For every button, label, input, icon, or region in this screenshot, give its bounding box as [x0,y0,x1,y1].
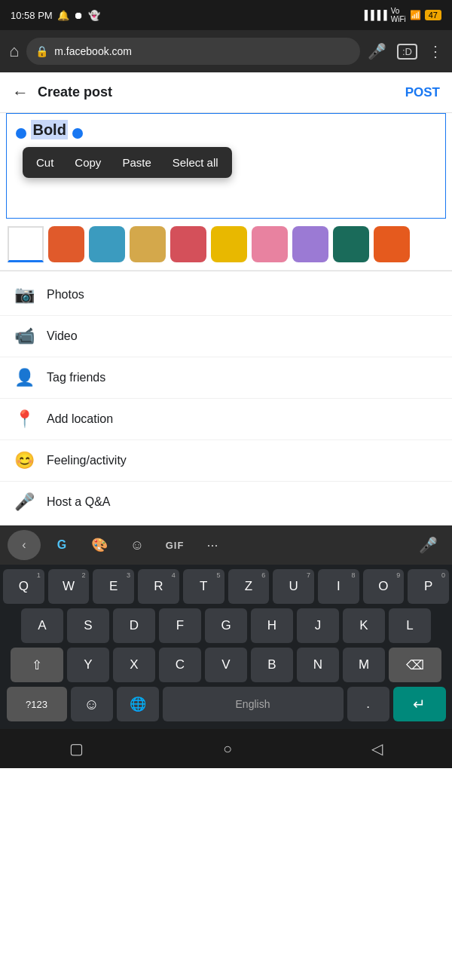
key-n[interactable]: N [297,648,339,682]
home-icon[interactable]: ⌂ [9,41,19,61]
swatch-purple[interactable] [292,226,328,262]
circle-nav-button[interactable]: ○ [223,740,232,758]
battery-icon: 47 [425,10,441,20]
add-location-label: Add location [47,412,113,426]
select-all-button[interactable]: Select all [162,147,229,178]
swatch-tan[interactable] [130,226,166,262]
key-k[interactable]: K [343,608,385,643]
swatch-orange[interactable] [48,226,84,262]
dot-key[interactable]: . [347,687,389,721]
app-header: ← Create post POST [0,72,452,113]
location-icon: 📍 [14,409,35,429]
back-nav-button[interactable]: ◁ [371,740,383,758]
menu-item-video[interactable]: 📹 Video [0,316,452,357]
globe-key[interactable]: 🌐 [117,687,159,721]
host-qa-label: Host a Q&A [47,495,110,509]
enter-key[interactable]: ↵ [393,687,446,721]
key-l[interactable]: L [389,608,431,643]
more-icon[interactable]: ⋮ [428,42,443,60]
swatch-teal[interactable] [89,226,125,262]
background-swatches [0,219,452,271]
swatch-darkgreen[interactable] [333,226,369,262]
keyboard: 1Q 2W 3E 4R 5T 6Z 7U 8I 9O 0P A S D F G … [0,565,452,729]
photos-label: Photos [47,288,84,302]
ghost-icon: 👻 [88,10,100,21]
key-h[interactable]: H [251,608,293,643]
photos-icon: 📷 [14,285,35,305]
emoji-key[interactable]: ☺ [71,687,113,721]
swatch-red[interactable] [170,226,206,262]
tab-icon[interactable]: :D [397,44,417,60]
menu-item-add-location[interactable]: 📍 Add location [0,399,452,440]
key-d[interactable]: D [113,608,155,643]
tag-friends-icon: 👤 [14,368,35,387]
menu-item-tag-friends[interactable]: 👤 Tag friends [0,357,452,399]
sticker-button[interactable]: ☺ [121,530,154,560]
post-button[interactable]: POST [405,85,440,100]
key-c[interactable]: C [159,648,201,682]
keyboard-back-button[interactable]: ‹ [8,530,41,560]
swatch-pink[interactable] [252,226,288,262]
key-z[interactable]: 6Z [228,569,270,604]
translate-button[interactable]: G [45,530,78,560]
palette-button[interactable]: 🎨 [83,530,116,560]
swatch-yellow[interactable] [211,226,247,262]
space-key[interactable]: English [163,687,344,721]
feeling-icon: 😊 [14,451,35,470]
paste-button[interactable]: Paste [111,147,161,178]
key-a[interactable]: A [21,608,63,643]
swatch-white[interactable] [8,226,44,262]
key-g[interactable]: G [205,608,247,643]
tag-friends-label: Tag friends [47,371,105,384]
symbols-key[interactable]: ?123 [7,687,67,721]
key-m[interactable]: M [343,648,385,682]
status-left: 10:58 PM 🔔 ⏺ 👻 [11,10,100,21]
bottom-nav: ▢ ○ ◁ [0,729,452,768]
key-u[interactable]: 7U [273,569,314,604]
status-right: ▐▐▐▐ VoWiFi 📶 47 [362,7,441,23]
selection-handle-right [72,128,83,139]
browser-bar: ⌂ 🔒 m.facebook.com 🎤 :D ⋮ [0,30,452,72]
key-q[interactable]: 1Q [3,569,44,604]
back-button[interactable]: ← [12,83,29,103]
key-w[interactable]: 2W [48,569,90,604]
menu-item-photos[interactable]: 📷 Photos [0,274,452,316]
key-x[interactable]: X [113,648,155,682]
backspace-key[interactable]: ⌫ [389,648,441,682]
gif-button[interactable]: GIF [158,530,191,560]
key-v[interactable]: V [205,648,247,682]
key-i[interactable]: 8I [318,569,359,604]
key-y[interactable]: Y [67,648,109,682]
key-t[interactable]: 5T [183,569,224,604]
cut-button[interactable]: Cut [26,147,64,178]
time: 10:58 PM [11,10,53,21]
menu-item-host-qa[interactable]: 🎤 Host a Q&A [0,482,452,522]
key-b[interactable]: B [251,648,293,682]
square-nav-button[interactable]: ▢ [69,740,84,758]
record-icon: ⏺ [74,10,84,21]
key-s[interactable]: S [67,608,109,643]
selection-handle-left [16,128,26,139]
keyboard-row-1: 1Q 2W 3E 4R 5T 6Z 7U 8I 9O 0P [3,569,449,604]
feeling-label: Feeling/activity [47,454,127,467]
alarm-icon: 🔔 [57,10,69,21]
key-e[interactable]: 3E [93,569,134,604]
shift-key[interactable]: ⇧ [11,648,63,682]
copy-button[interactable]: Copy [64,147,111,178]
header-left: ← Create post [12,83,112,103]
url-box[interactable]: 🔒 m.facebook.com [26,38,360,65]
signal-icon: ▐▐▐▐ [362,10,387,20]
key-r[interactable]: 4R [138,569,179,604]
swatch-darkorange[interactable] [374,226,410,262]
key-j[interactable]: J [297,608,339,643]
keyboard-row-2: A S D F G H J K L [3,608,449,643]
key-o[interactable]: 9O [363,569,405,604]
menu-item-feeling[interactable]: 😊 Feeling/activity [0,440,452,482]
keyboard-mic-button[interactable]: 🎤 [411,530,444,560]
page-title: Create post [38,84,112,100]
key-p[interactable]: 0P [408,569,449,604]
more-tools-button[interactable]: ··· [196,530,229,560]
mic-icon[interactable]: 🎤 [368,42,386,60]
vo-label: VoWiFi [391,7,406,23]
key-f[interactable]: F [159,608,201,643]
